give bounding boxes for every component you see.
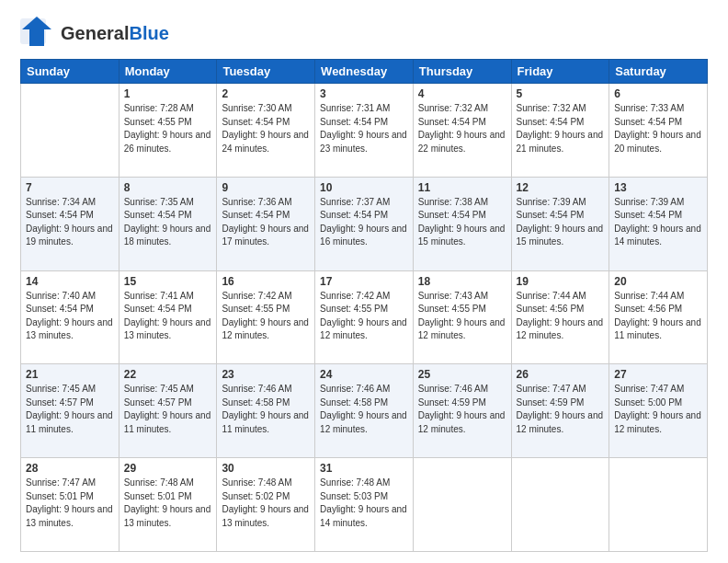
day-info: Sunrise: 7:40 AMSunset: 4:54 PMDaylight:… bbox=[26, 290, 114, 343]
day-number: 24 bbox=[320, 368, 408, 381]
day-info: Sunrise: 7:35 AMSunset: 4:54 PMDaylight:… bbox=[124, 196, 212, 249]
calendar-cell bbox=[511, 458, 609, 552]
calendar-cell: 26Sunrise: 7:47 AMSunset: 4:59 PMDayligh… bbox=[511, 364, 609, 458]
day-number: 1 bbox=[124, 87, 212, 100]
calendar-cell bbox=[609, 458, 708, 552]
day-info: Sunrise: 7:44 AMSunset: 4:56 PMDaylight:… bbox=[614, 290, 702, 343]
day-info: Sunrise: 7:28 AMSunset: 4:55 PMDaylight:… bbox=[124, 102, 212, 155]
calendar-cell: 17Sunrise: 7:42 AMSunset: 4:55 PMDayligh… bbox=[315, 270, 414, 364]
day-number: 7 bbox=[26, 181, 114, 194]
day-number: 15 bbox=[124, 275, 212, 288]
day-info: Sunrise: 7:46 AMSunset: 4:59 PMDaylight:… bbox=[418, 383, 506, 436]
calendar-cell: 22Sunrise: 7:45 AMSunset: 4:57 PMDayligh… bbox=[119, 364, 217, 458]
day-number: 31 bbox=[320, 462, 408, 475]
day-info: Sunrise: 7:31 AMSunset: 4:54 PMDaylight:… bbox=[320, 102, 408, 155]
weekday-header-monday: Monday bbox=[119, 60, 217, 84]
calendar-cell: 7Sunrise: 7:34 AMSunset: 4:54 PMDaylight… bbox=[21, 177, 119, 270]
day-number: 28 bbox=[26, 462, 114, 475]
day-number: 9 bbox=[222, 181, 310, 194]
day-info: Sunrise: 7:44 AMSunset: 4:56 PMDaylight:… bbox=[517, 290, 605, 343]
calendar-cell: 15Sunrise: 7:41 AMSunset: 4:54 PMDayligh… bbox=[119, 270, 217, 364]
calendar-header-row: SundayMondayTuesdayWednesdayThursdayFrid… bbox=[21, 60, 708, 84]
day-info: Sunrise: 7:39 AMSunset: 4:54 PMDaylight:… bbox=[517, 196, 605, 249]
day-info: Sunrise: 7:47 AMSunset: 5:01 PMDaylight:… bbox=[26, 477, 114, 530]
day-info: Sunrise: 7:46 AMSunset: 4:58 PMDaylight:… bbox=[320, 383, 408, 436]
day-number: 22 bbox=[124, 368, 212, 381]
day-number: 10 bbox=[320, 181, 408, 194]
day-number: 18 bbox=[418, 275, 506, 288]
day-number: 19 bbox=[517, 275, 605, 288]
calendar-week-row: 28Sunrise: 7:47 AMSunset: 5:01 PMDayligh… bbox=[21, 458, 708, 552]
weekday-header-wednesday: Wednesday bbox=[315, 60, 414, 84]
day-info: Sunrise: 7:39 AMSunset: 4:54 PMDaylight:… bbox=[614, 196, 702, 249]
calendar-cell: 25Sunrise: 7:46 AMSunset: 4:59 PMDayligh… bbox=[413, 364, 511, 458]
calendar-cell: 21Sunrise: 7:45 AMSunset: 4:57 PMDayligh… bbox=[21, 364, 119, 458]
calendar-cell: 31Sunrise: 7:48 AMSunset: 5:03 PMDayligh… bbox=[315, 458, 414, 552]
calendar-cell: 6Sunrise: 7:33 AMSunset: 4:54 PMDaylight… bbox=[609, 84, 708, 178]
calendar-cell: 24Sunrise: 7:46 AMSunset: 4:58 PMDayligh… bbox=[315, 364, 414, 458]
calendar-week-row: 14Sunrise: 7:40 AMSunset: 4:54 PMDayligh… bbox=[21, 270, 708, 364]
logo: GeneralBlue bbox=[20, 17, 169, 50]
day-number: 23 bbox=[222, 368, 310, 381]
calendar-cell: 2Sunrise: 7:30 AMSunset: 4:54 PMDaylight… bbox=[217, 84, 315, 178]
calendar-cell: 4Sunrise: 7:32 AMSunset: 4:54 PMDaylight… bbox=[413, 84, 511, 178]
weekday-header-thursday: Thursday bbox=[413, 60, 511, 84]
day-number: 3 bbox=[320, 87, 408, 100]
calendar-cell: 13Sunrise: 7:39 AMSunset: 4:54 PMDayligh… bbox=[609, 177, 708, 270]
day-info: Sunrise: 7:30 AMSunset: 4:54 PMDaylight:… bbox=[222, 102, 310, 155]
logo-general-text: General bbox=[61, 23, 129, 44]
day-info: Sunrise: 7:33 AMSunset: 4:54 PMDaylight:… bbox=[614, 102, 702, 155]
weekday-header-tuesday: Tuesday bbox=[217, 60, 315, 84]
day-info: Sunrise: 7:34 AMSunset: 4:54 PMDaylight:… bbox=[26, 196, 114, 249]
calendar-cell: 12Sunrise: 7:39 AMSunset: 4:54 PMDayligh… bbox=[511, 177, 609, 270]
calendar-table: SundayMondayTuesdayWednesdayThursdayFrid… bbox=[20, 59, 708, 552]
calendar-cell: 18Sunrise: 7:43 AMSunset: 4:55 PMDayligh… bbox=[413, 270, 511, 364]
day-info: Sunrise: 7:47 AMSunset: 4:59 PMDaylight:… bbox=[517, 383, 605, 436]
day-info: Sunrise: 7:45 AMSunset: 4:57 PMDaylight:… bbox=[124, 383, 212, 436]
calendar-cell: 27Sunrise: 7:47 AMSunset: 5:00 PMDayligh… bbox=[609, 364, 708, 458]
calendar-week-row: 21Sunrise: 7:45 AMSunset: 4:57 PMDayligh… bbox=[21, 364, 708, 458]
day-info: Sunrise: 7:46 AMSunset: 4:58 PMDaylight:… bbox=[222, 383, 310, 436]
day-number: 21 bbox=[26, 368, 114, 381]
day-number: 12 bbox=[517, 181, 605, 194]
day-info: Sunrise: 7:41 AMSunset: 4:54 PMDaylight:… bbox=[124, 290, 212, 343]
day-number: 26 bbox=[517, 368, 605, 381]
calendar-cell: 5Sunrise: 7:32 AMSunset: 4:54 PMDaylight… bbox=[511, 84, 609, 178]
calendar-cell: 3Sunrise: 7:31 AMSunset: 4:54 PMDaylight… bbox=[315, 84, 414, 178]
day-info: Sunrise: 7:36 AMSunset: 4:54 PMDaylight:… bbox=[222, 196, 310, 249]
day-info: Sunrise: 7:32 AMSunset: 4:54 PMDaylight:… bbox=[418, 102, 506, 155]
weekday-header-saturday: Saturday bbox=[609, 60, 708, 84]
calendar-cell: 19Sunrise: 7:44 AMSunset: 4:56 PMDayligh… bbox=[511, 270, 609, 364]
day-info: Sunrise: 7:38 AMSunset: 4:54 PMDaylight:… bbox=[418, 196, 506, 249]
day-info: Sunrise: 7:47 AMSunset: 5:00 PMDaylight:… bbox=[614, 383, 702, 436]
weekday-header-friday: Friday bbox=[511, 60, 609, 84]
day-info: Sunrise: 7:48 AMSunset: 5:02 PMDaylight:… bbox=[222, 477, 310, 530]
calendar-cell: 16Sunrise: 7:42 AMSunset: 4:55 PMDayligh… bbox=[217, 270, 315, 364]
day-number: 6 bbox=[614, 87, 702, 100]
day-number: 8 bbox=[124, 181, 212, 194]
day-number: 14 bbox=[26, 275, 114, 288]
day-number: 16 bbox=[222, 275, 310, 288]
day-number: 20 bbox=[614, 275, 702, 288]
calendar-week-row: 1Sunrise: 7:28 AMSunset: 4:55 PMDaylight… bbox=[21, 84, 708, 178]
day-number: 25 bbox=[418, 368, 506, 381]
day-info: Sunrise: 7:42 AMSunset: 4:55 PMDaylight:… bbox=[320, 290, 408, 343]
day-info: Sunrise: 7:48 AMSunset: 5:03 PMDaylight:… bbox=[320, 477, 408, 530]
calendar-cell bbox=[413, 458, 511, 552]
header: GeneralBlue bbox=[20, 17, 708, 50]
calendar-cell: 9Sunrise: 7:36 AMSunset: 4:54 PMDaylight… bbox=[217, 177, 315, 270]
calendar-cell: 23Sunrise: 7:46 AMSunset: 4:58 PMDayligh… bbox=[217, 364, 315, 458]
day-number: 30 bbox=[222, 462, 310, 475]
day-number: 13 bbox=[614, 181, 702, 194]
day-info: Sunrise: 7:32 AMSunset: 4:54 PMDaylight:… bbox=[517, 102, 605, 155]
calendar-cell: 8Sunrise: 7:35 AMSunset: 4:54 PMDaylight… bbox=[119, 177, 217, 270]
day-info: Sunrise: 7:42 AMSunset: 4:55 PMDaylight:… bbox=[222, 290, 310, 343]
calendar-cell: 1Sunrise: 7:28 AMSunset: 4:55 PMDaylight… bbox=[119, 84, 217, 178]
day-number: 2 bbox=[222, 87, 310, 100]
weekday-header-sunday: Sunday bbox=[21, 60, 119, 84]
day-info: Sunrise: 7:37 AMSunset: 4:54 PMDaylight:… bbox=[320, 196, 408, 249]
day-number: 29 bbox=[124, 462, 212, 475]
calendar-cell bbox=[21, 84, 119, 178]
day-info: Sunrise: 7:43 AMSunset: 4:55 PMDaylight:… bbox=[418, 290, 506, 343]
logo-icon bbox=[20, 17, 57, 50]
